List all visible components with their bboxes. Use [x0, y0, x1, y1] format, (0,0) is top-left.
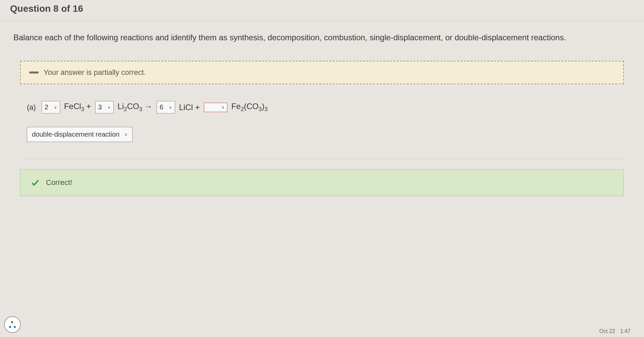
- coef3-value: 6: [160, 103, 163, 111]
- feedback-text: Your answer is partially correct.: [44, 68, 146, 77]
- question-prompt: Balance each of the following reactions …: [13, 31, 631, 44]
- reactant2: Li2CO3 →: [118, 102, 153, 113]
- chevron-down-icon: ∨: [221, 105, 224, 110]
- coef2-select[interactable]: 3 ∨: [95, 101, 114, 113]
- coef1-select[interactable]: 2 ∨: [42, 101, 60, 113]
- minus-icon: [29, 71, 39, 74]
- coef3-select[interactable]: 6 ∨: [157, 101, 175, 113]
- footer-date: Oct 22: [599, 328, 615, 334]
- content-area: Balance each of the following reactions …: [0, 21, 644, 209]
- reaction-type-value: double-displacement reaction: [32, 131, 119, 138]
- reaction-type-row: double-displacement reaction ∨: [27, 127, 617, 142]
- correct-box: Correct!: [20, 169, 624, 196]
- coef2-value: 3: [98, 103, 102, 111]
- chevron-down-icon: ∨: [124, 132, 127, 137]
- coef1-value: 2: [45, 103, 48, 111]
- cookie-settings-icon[interactable]: [4, 316, 21, 333]
- correct-text: Correct!: [46, 178, 72, 187]
- footer-time: 1:47: [620, 328, 631, 334]
- product2: Fe2(CO3)3: [231, 102, 268, 113]
- footer: Oct 22 1:47: [599, 328, 631, 334]
- reactant1: FeCl3 +: [64, 102, 91, 113]
- chevron-down-icon: ∨: [169, 105, 172, 110]
- chevron-down-icon: ∨: [54, 105, 57, 110]
- chevron-down-icon: ∨: [108, 105, 111, 110]
- check-icon: [31, 178, 40, 187]
- equation-row: (a) 2 ∨ FeCl3 + 3 ∨ Li2CO3 → 6 ∨ LiCl + …: [27, 101, 617, 113]
- question-header: Question 8 of 16: [0, 0, 644, 21]
- reaction-type-select[interactable]: double-displacement reaction ∨: [27, 127, 132, 142]
- product1: LiCl +: [179, 103, 200, 112]
- feedback-box: Your answer is partially correct.: [20, 61, 624, 84]
- part-label: (a): [27, 103, 36, 112]
- coef4-select[interactable]: ∨: [204, 103, 227, 112]
- divider: [20, 159, 624, 159]
